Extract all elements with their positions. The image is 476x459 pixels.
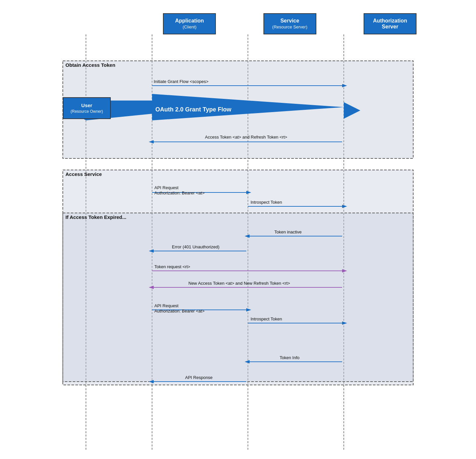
msg-token-inactive-label: Token inactive bbox=[274, 230, 301, 234]
svg-marker-9 bbox=[86, 94, 344, 120]
svg-marker-17 bbox=[342, 205, 347, 208]
msg-initiate-label: Initiate Grant Flow <scopes> bbox=[154, 79, 208, 84]
svg-marker-21 bbox=[149, 249, 154, 253]
svg-marker-15 bbox=[246, 191, 251, 194]
sequence-area: Obtain Access Token Access Service If Ac… bbox=[60, 34, 416, 451]
svg-marker-19 bbox=[245, 234, 250, 238]
actor-service: Service (Resource Server) bbox=[263, 13, 316, 34]
msg-token-info-label: Token Info bbox=[280, 355, 299, 360]
svg-marker-29 bbox=[342, 321, 347, 325]
actor-service-subtitle: (Resource Server) bbox=[272, 24, 307, 29]
msg-new-access-token-label: New Access Token <at> and New Refresh To… bbox=[188, 281, 290, 286]
svg-marker-13 bbox=[149, 140, 154, 144]
actor-application: Application (Client) bbox=[163, 13, 216, 34]
actor-auth-server: Authorization Server bbox=[364, 13, 416, 34]
group-expired-label: If Access Token Expired... bbox=[65, 214, 126, 220]
msg-introspect-1-label: Introspect Token bbox=[251, 200, 282, 205]
diagram-container: Application (Client) Service (Resource S… bbox=[40, 0, 436, 458]
svg-marker-27 bbox=[246, 308, 251, 312]
msg-api-request-2-bearer: Authorization: Bearer <at> bbox=[154, 309, 205, 313]
oauth-flow-label: OAuth 2.0 Grant Type Flow bbox=[155, 106, 231, 113]
user-label: User bbox=[81, 103, 92, 108]
svg-marker-25 bbox=[149, 286, 154, 289]
svg-rect-6 bbox=[63, 213, 413, 382]
msg-token-request-label: Token request <rt> bbox=[154, 264, 190, 269]
msg-api-request-1-label: API Request bbox=[154, 185, 178, 190]
msg-introspect-2-label: Introspect Token bbox=[251, 316, 282, 321]
actor-service-label: Service bbox=[280, 18, 299, 23]
svg-marker-23 bbox=[342, 269, 347, 272]
msg-api-response-label: API Response bbox=[185, 375, 213, 380]
actor-application-label: Application bbox=[175, 18, 204, 23]
svg-marker-11 bbox=[344, 102, 360, 119]
actors-row: Application (Client) Service (Resource S… bbox=[40, 7, 436, 34]
msg-access-token-label: Access Token <at> and Refresh Token <rt> bbox=[205, 135, 287, 140]
svg-marker-31 bbox=[245, 360, 250, 363]
msg-error-401-label: Error (401 Unauthorized) bbox=[172, 244, 219, 249]
group-obtain-label: Obtain Access Token bbox=[65, 62, 115, 68]
actor-auth-label: Authorization Server bbox=[373, 18, 407, 29]
sequence-svg bbox=[60, 34, 416, 451]
group-access-label: Access Service bbox=[65, 171, 102, 177]
user-box: User (Resource Owner) bbox=[63, 97, 111, 119]
user-subtitle: (Resource Owner) bbox=[70, 109, 103, 114]
svg-marker-8 bbox=[342, 84, 347, 87]
svg-marker-33 bbox=[149, 380, 154, 383]
msg-api-request-1-bearer: Authorization: Bearer <at> bbox=[154, 190, 205, 195]
svg-rect-5 bbox=[63, 170, 413, 385]
actor-application-subtitle: (Client) bbox=[182, 24, 196, 29]
svg-rect-4 bbox=[63, 61, 413, 158]
msg-api-request-2-label: API Request bbox=[154, 303, 178, 308]
